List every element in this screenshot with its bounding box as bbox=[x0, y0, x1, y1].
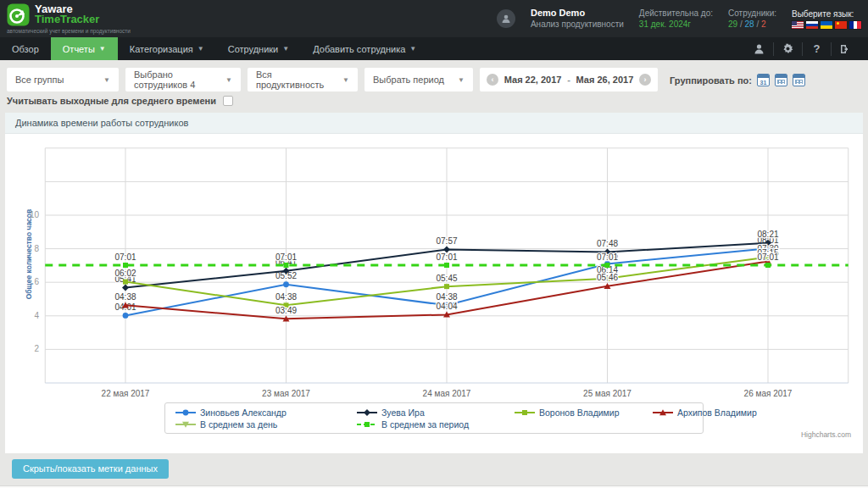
user-info[interactable]: Demo Demo Анализ продуктивности bbox=[531, 8, 624, 30]
svg-text:08:21: 08:21 bbox=[757, 230, 778, 239]
svg-text:07:01: 07:01 bbox=[275, 252, 297, 262]
weekend-checkbox[interactable] bbox=[223, 96, 233, 106]
next-period-icon[interactable]: › bbox=[639, 74, 651, 86]
logout-icon[interactable] bbox=[831, 42, 860, 56]
yaware-clock-icon bbox=[7, 3, 30, 26]
groups-select[interactable]: Все группы▼ bbox=[7, 68, 119, 92]
svg-text:07:01: 07:01 bbox=[436, 252, 457, 262]
filter-bar: Все группы▼ Выбрано сотрудников 4▼ Вся п… bbox=[0, 60, 868, 113]
svg-text:06:02: 06:02 bbox=[114, 269, 136, 278]
nav-item-1[interactable]: Отчеты▼ bbox=[51, 37, 118, 60]
user-name: Demo Demo bbox=[531, 8, 624, 19]
svg-text:8: 8 bbox=[34, 244, 39, 253]
legend-label: В среднем за день bbox=[200, 419, 277, 430]
report-card: Динамика времени работы сотрудников 2468… bbox=[5, 113, 863, 453]
calendar-year-icon[interactable] bbox=[793, 74, 805, 86]
user-avatar[interactable] bbox=[497, 9, 515, 28]
brand-name-2: TimeTracker bbox=[35, 14, 99, 25]
legend-item-5[interactable]: В среднем за период bbox=[357, 419, 515, 430]
app-logo[interactable]: Yaware TimeTracker автоматический учет в… bbox=[7, 3, 131, 34]
user-icon[interactable] bbox=[744, 42, 773, 56]
gear-icon[interactable] bbox=[773, 42, 802, 56]
svg-text:2: 2 bbox=[34, 344, 39, 353]
svg-text:05:46: 05:46 bbox=[597, 273, 618, 282]
svg-text:Общее количество часов: Общее количество часов bbox=[25, 209, 33, 300]
flag-cn-icon[interactable] bbox=[835, 21, 847, 29]
nav-item-3[interactable]: Сотрудники▼ bbox=[216, 37, 302, 60]
svg-text:22 мая 2017: 22 мая 2017 bbox=[102, 389, 150, 398]
date-to[interactable]: Мая 26, 2017 bbox=[576, 75, 634, 85]
svg-text:04:38: 04:38 bbox=[275, 292, 297, 302]
calendar-month-icon[interactable] bbox=[775, 74, 787, 86]
svg-text:05:45: 05:45 bbox=[436, 274, 457, 283]
main-nav: ОбзорОтчеты▼Категоризация▼Сотрудники▼Доб… bbox=[0, 37, 868, 60]
employees-counts: 29 / 28 / 2 bbox=[728, 19, 776, 30]
flag-ua-icon[interactable] bbox=[821, 21, 832, 29]
date-range: ‹ Мая 22, 2017 - Мая 26, 2017 › bbox=[480, 68, 658, 92]
flag-ru-icon[interactable] bbox=[806, 21, 818, 29]
language-flags bbox=[792, 21, 861, 29]
svg-text:03:49: 03:49 bbox=[275, 306, 297, 315]
employees-select[interactable]: Выбрано сотрудников 4▼ bbox=[125, 68, 241, 92]
legend-item-4[interactable]: В среднем за день bbox=[175, 419, 357, 430]
svg-text:07:01: 07:01 bbox=[114, 252, 136, 262]
nav-item-4[interactable]: Добавить сотрудника▼ bbox=[301, 37, 428, 60]
legend-label: Зиновьев Александр bbox=[200, 408, 287, 418]
app-header: Yaware TimeTracker автоматический учет в… bbox=[0, 0, 868, 37]
svg-text:07:01: 07:01 bbox=[757, 252, 778, 262]
date-from[interactable]: Мая 22, 2017 bbox=[504, 75, 562, 85]
highcharts-credit[interactable]: Highcharts.com bbox=[801, 430, 851, 439]
legend-item-3[interactable]: Архипов Владимир bbox=[653, 408, 757, 418]
svg-text:04:38: 04:38 bbox=[114, 292, 136, 302]
legend-item-0[interactable]: Зиновьев Александр bbox=[175, 408, 357, 418]
calendar-day-icon[interactable]: 31 bbox=[757, 74, 770, 86]
help-icon[interactable]: ? bbox=[802, 42, 831, 56]
svg-text:23 мая 2017: 23 мая 2017 bbox=[262, 389, 310, 398]
time-dynamics-chart: 246810Общее количество часов22 мая 20172… bbox=[5, 134, 863, 413]
svg-text:07:57: 07:57 bbox=[436, 236, 457, 246]
chart-title: Динамика времени работы сотрудников bbox=[5, 113, 863, 134]
legend-label: Воронов Владимир bbox=[539, 408, 620, 418]
flag-fr-icon[interactable] bbox=[849, 21, 861, 29]
svg-text:04:04: 04:04 bbox=[436, 302, 457, 311]
license-label: Действительна до: bbox=[639, 8, 713, 19]
period-select[interactable]: Выбрать период▼ bbox=[364, 68, 473, 92]
svg-text:24 мая 2017: 24 мая 2017 bbox=[423, 389, 471, 398]
legend-label: В среднем за период bbox=[381, 419, 469, 430]
legend-item-2[interactable]: Воронов Владимир bbox=[515, 408, 653, 418]
user-subtitle: Анализ продуктивности bbox=[531, 19, 624, 30]
weekend-checkbox-label: Учитывать выходные для среднего времени bbox=[7, 96, 216, 106]
svg-text:07:01: 07:01 bbox=[597, 252, 618, 262]
svg-text:25 мая 2017: 25 мая 2017 bbox=[583, 389, 632, 398]
toggle-data-labels-button[interactable]: Скрыть/показать метки данных bbox=[12, 459, 169, 479]
svg-text:26 мая 2017: 26 мая 2017 bbox=[744, 389, 793, 398]
svg-text:6: 6 bbox=[34, 277, 39, 286]
prev-period-icon[interactable]: ‹ bbox=[487, 74, 498, 86]
employees-info: Сотрудники: 29 / 28 / 2 bbox=[728, 8, 776, 30]
group-by-label: Группировать по: bbox=[670, 75, 752, 86]
license-info: Действительна до: 31 дек. 2024г bbox=[639, 8, 713, 30]
brand-tagline: автоматический учет времени и продуктивн… bbox=[7, 28, 131, 34]
svg-text:04:38: 04:38 bbox=[436, 292, 457, 302]
productivity-select[interactable]: Вся продуктивность▼ bbox=[248, 68, 358, 92]
chart-legend: Зиновьев АлександрЗуева ИраВоронов Влади… bbox=[164, 402, 704, 434]
nav-item-0[interactable]: Обзор bbox=[0, 37, 51, 60]
svg-text:4: 4 bbox=[34, 311, 39, 320]
flag-us-icon[interactable] bbox=[792, 21, 804, 29]
employees-label: Сотрудники: bbox=[728, 8, 776, 19]
legend-label: Зуева Ира bbox=[381, 408, 425, 418]
language-picker: Выберите язык: bbox=[792, 8, 861, 29]
svg-text:07:48: 07:48 bbox=[597, 239, 618, 248]
license-value: 31 дек. 2024г bbox=[639, 19, 713, 30]
legend-item-1[interactable]: Зуева Ира bbox=[357, 408, 515, 418]
legend-label: Архипов Владимир bbox=[677, 408, 757, 418]
nav-item-2[interactable]: Категоризация▼ bbox=[118, 37, 216, 60]
language-label: Выберите язык: bbox=[792, 8, 861, 19]
